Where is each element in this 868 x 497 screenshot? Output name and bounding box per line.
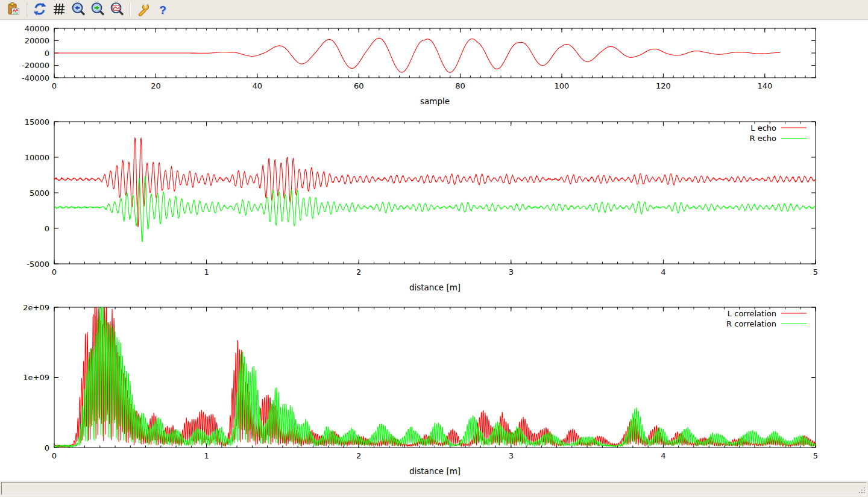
x-tick-label: 80 bbox=[455, 81, 465, 90]
axis-ticks bbox=[54, 122, 816, 264]
y-tick-label: 0 bbox=[45, 443, 49, 452]
plot-pulse: 020406080100120140-40000-200000200004000… bbox=[22, 24, 816, 107]
x-tick-label: 0 bbox=[52, 267, 57, 277]
zoom-previous-button[interactable] bbox=[69, 1, 87, 18]
x-axis-label: distance [m] bbox=[409, 466, 461, 476]
y-tick-label: -20000 bbox=[22, 61, 49, 70]
help-icon: ? bbox=[159, 4, 166, 16]
copy-plot-button[interactable] bbox=[4, 1, 22, 18]
toolbar-separator bbox=[130, 2, 131, 17]
x-tick-label: 140 bbox=[757, 81, 772, 90]
x-tick-label: 40 bbox=[253, 81, 263, 90]
plot-border bbox=[54, 122, 816, 264]
legend-label: R echo bbox=[749, 134, 776, 143]
x-tick-label: 5 bbox=[813, 267, 818, 277]
series-group bbox=[54, 38, 780, 72]
series-line-pulse bbox=[54, 38, 780, 72]
replot-icon bbox=[33, 2, 47, 18]
toolbar-separator bbox=[26, 2, 27, 17]
grid-toggle-button[interactable] bbox=[50, 1, 68, 18]
copy-plot-icon bbox=[6, 2, 20, 18]
zoom-previous-icon bbox=[71, 2, 86, 18]
x-tick-label: 3 bbox=[509, 451, 514, 460]
y-tick-label: 5000 bbox=[30, 189, 49, 198]
x-tick-label: 0 bbox=[52, 451, 57, 460]
autoscale-icon bbox=[110, 2, 124, 18]
y-tick-label: 1e+09 bbox=[23, 373, 49, 382]
x-tick-label: 0 bbox=[52, 81, 57, 90]
y-tick-label: -5000 bbox=[27, 260, 49, 269]
series-group bbox=[54, 138, 816, 242]
y-tick-label: -40000 bbox=[22, 73, 49, 83]
x-tick-label: 1 bbox=[204, 451, 209, 460]
series-line-r-echo bbox=[54, 177, 816, 242]
x-axis-label: sample bbox=[420, 96, 450, 106]
autoscale-button[interactable] bbox=[108, 1, 126, 18]
legend-label: L correlation bbox=[728, 309, 776, 318]
resize-grip-icon[interactable] bbox=[858, 486, 866, 495]
legend: L correlationR correlation bbox=[726, 309, 807, 329]
x-tick-label: 2 bbox=[356, 451, 361, 460]
zoom-next-button[interactable] bbox=[89, 1, 107, 18]
x-tick-label: 3 bbox=[509, 267, 514, 277]
replot-button[interactable] bbox=[31, 1, 49, 18]
legend-label: L echo bbox=[750, 123, 776, 133]
x-tick-label: 4 bbox=[661, 451, 665, 460]
zoom-next-icon bbox=[90, 2, 105, 18]
status-message bbox=[1, 482, 867, 495]
x-tick-label: 100 bbox=[555, 81, 570, 90]
y-tick-label: 0 bbox=[45, 224, 49, 233]
x-tick-label: 60 bbox=[354, 81, 364, 90]
y-tick-label: 10000 bbox=[25, 153, 49, 162]
gnuplot-multiplot: 020406080100120140-40000-200000200004000… bbox=[0, 20, 868, 481]
x-tick-label: 120 bbox=[656, 81, 671, 90]
config-button[interactable] bbox=[134, 1, 153, 18]
help-button[interactable]: ? bbox=[154, 1, 172, 18]
x-tick-label: 1 bbox=[204, 267, 209, 277]
grid-icon bbox=[52, 2, 66, 18]
x-tick-label: 20 bbox=[151, 81, 161, 90]
series-line-r-correlation bbox=[54, 306, 816, 447]
toolbar: ? bbox=[0, 0, 868, 20]
y-tick-label: 20000 bbox=[25, 36, 49, 45]
y-tick-label: 40000 bbox=[25, 24, 49, 33]
x-tick-label: 2 bbox=[356, 267, 361, 277]
y-tick-label: 0 bbox=[45, 49, 49, 58]
plot-canvas[interactable]: 020406080100120140-40000-200000200004000… bbox=[0, 20, 868, 481]
legend-label: R correlation bbox=[726, 319, 776, 328]
x-tick-label: 4 bbox=[661, 267, 665, 277]
plot-correlation: 01234501e+092e+09distance [m]L correlati… bbox=[23, 303, 818, 477]
y-tick-label: 2e+09 bbox=[23, 303, 49, 312]
config-icon bbox=[136, 2, 151, 18]
y-tick-label: 15000 bbox=[25, 117, 49, 127]
series-line-l-echo bbox=[54, 138, 816, 227]
status-bar bbox=[0, 481, 868, 497]
x-tick-label: 5 bbox=[813, 451, 818, 460]
plot-echo: 012345-5000050001000015000distance [m]L … bbox=[25, 117, 819, 293]
legend: L echoR echo bbox=[749, 123, 807, 143]
x-axis-label: distance [m] bbox=[409, 283, 461, 292]
series-group bbox=[54, 306, 816, 447]
